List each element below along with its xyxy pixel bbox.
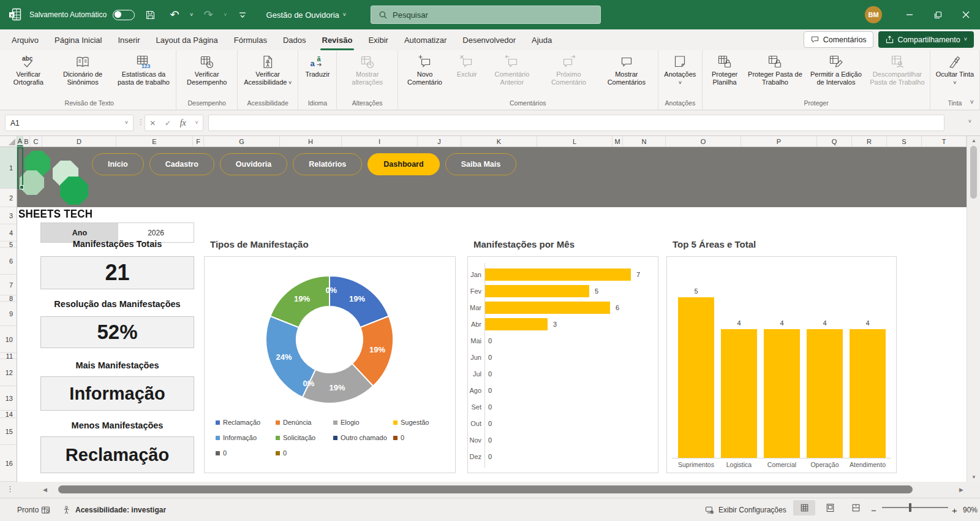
tab-ajuda[interactable]: Ajuda (524, 29, 560, 50)
macro-record-button[interactable] (40, 501, 51, 519)
undo-button[interactable]: ↶ (165, 6, 184, 24)
nav-button-saiba-mais[interactable]: Saiba Mais (445, 153, 517, 175)
column-header-b[interactable]: B (23, 136, 30, 146)
expand-formula-bar-chevron-icon[interactable]: ˅ (968, 119, 971, 124)
tab-formulas[interactable]: Fórmulas (226, 29, 275, 50)
row-header-14[interactable]: 14 (0, 411, 17, 418)
nav-button-ouvidoria[interactable]: Ouvidoria (220, 153, 287, 175)
formula-input[interactable] (208, 115, 944, 131)
donut-chart[interactable]: 19%19%19%24%19%0%0% (205, 257, 456, 410)
column-bar-logistica[interactable] (721, 329, 757, 458)
share-button[interactable]: Compartilhamento ˅ (878, 31, 974, 48)
row-header-10[interactable]: 10 (0, 326, 17, 353)
formula-bar-splitter[interactable]: ⋮ (137, 118, 145, 126)
nav-button-inicio[interactable]: Início (92, 153, 144, 175)
vertical-scrollbar[interactable]: ▲ ▼ (967, 136, 980, 482)
bar[interactable] (485, 285, 589, 297)
column-bar-atendimento[interactable] (850, 329, 886, 458)
column-header-q[interactable]: Q (817, 136, 852, 146)
column-header-g[interactable]: G (204, 136, 280, 146)
zoom-in-button[interactable]: + (952, 501, 957, 519)
undo-dropdown-chevron-icon[interactable]: ˅ (190, 12, 193, 18)
column-header-n[interactable]: N (623, 136, 666, 146)
column-header-h[interactable]: H (280, 136, 342, 146)
row-header-4[interactable]: 4 (0, 224, 17, 241)
row-header-1[interactable]: 1 (0, 147, 17, 189)
tab-arquivo[interactable]: Arquivo (4, 29, 47, 50)
zoom-out-button[interactable]: − (871, 501, 876, 519)
name-box[interactable]: A1˅ (5, 115, 134, 131)
column-bar-suprimentos[interactable] (678, 297, 714, 458)
scroll-up-icon[interactable]: ▲ (967, 138, 980, 143)
ribbon-button-anotacoes[interactable]: Anotações ˅ (660, 51, 701, 86)
column-header-t[interactable]: T (922, 136, 967, 146)
bar-chart[interactable]: Jan7Fev5Mar6Abr3Mai0Jun0Jul0Ago0Set0Out0… (467, 256, 658, 473)
nav-button-relatorios[interactable]: Relatórios (293, 153, 362, 175)
collapse-ribbon-chevron-icon[interactable]: ˅ (970, 98, 974, 105)
zoom-slider[interactable] (882, 507, 948, 508)
excel-app-icon[interactable]: x (7, 7, 23, 23)
vertical-scrollbar-thumb[interactable] (970, 146, 977, 199)
column-header-e[interactable]: E (116, 136, 193, 146)
ribbon-button-mostrar-comentarios[interactable]: Mostrar Comentários (597, 51, 656, 86)
sheet-tab-splitter[interactable]: ⋮ (6, 484, 14, 493)
accessibility-status[interactable]: Acessibilidade: investigar (61, 501, 166, 519)
comments-button[interactable]: Comentários (804, 31, 873, 48)
bar[interactable] (485, 268, 631, 281)
row-header-3[interactable]: 3 (0, 207, 17, 224)
tab-automatizar[interactable]: Automatizar (396, 29, 454, 50)
column-header-l[interactable]: L (537, 136, 612, 146)
insert-function-button[interactable]: fx (180, 118, 186, 128)
view-page-layout-button[interactable] (819, 500, 841, 515)
column-header-o[interactable]: O (666, 136, 741, 146)
column-header-c[interactable]: C (30, 136, 42, 146)
ribbon-button-ocultar-tinta[interactable]: Ocultar Tinta ˅ (932, 51, 978, 86)
column-header-s[interactable]: S (887, 136, 922, 146)
row-header-6[interactable]: 6 (0, 248, 17, 275)
column-header-a[interactable]: A (17, 136, 23, 146)
horizontal-scrollbar-thumb[interactable] (58, 485, 913, 493)
column-header-i[interactable]: I (342, 136, 418, 146)
ribbon-button-proteger-planilha[interactable]: Proteger Planilha (704, 51, 745, 86)
column-bar-operacao[interactable] (807, 329, 843, 458)
restore-button[interactable] (924, 0, 952, 29)
fx-dropdown-chevron-icon[interactable]: ˅ (195, 120, 198, 126)
tab-layout-da-pagina[interactable]: Layout da Página (148, 29, 226, 50)
column-bar-comercial[interactable] (764, 329, 800, 458)
column-header-k[interactable]: K (461, 136, 537, 146)
row-header-7[interactable]: 7 (0, 275, 17, 295)
column-header-r[interactable]: R (852, 136, 887, 146)
ribbon-button-verificar-acessibilidade[interactable]: Verificar Acessibilidade ˅ (239, 51, 296, 86)
bar[interactable] (485, 318, 548, 330)
ribbon-button-verificar-desempenho[interactable]: Verificar Desempenho (178, 51, 235, 86)
nav-button-dashboard[interactable]: Dashboard (368, 153, 439, 175)
close-button[interactable] (952, 0, 980, 29)
zoom-slider-thumb[interactable] (909, 503, 911, 512)
row-header-11[interactable]: 11 (0, 353, 17, 359)
column-header-f[interactable]: F (193, 136, 204, 146)
tab-dados[interactable]: Dados (275, 29, 314, 50)
row-header-15[interactable]: 15 (0, 418, 17, 445)
tab-desenvolvedor[interactable]: Desenvolvedor (454, 29, 524, 50)
ribbon-button-dicionario-de-sinonimos[interactable]: Dicionário de Sinônimos (53, 51, 113, 86)
row-header-16[interactable]: 16 (0, 445, 17, 482)
display-settings-button[interactable]: Exibir Configurações (704, 501, 786, 519)
view-page-break-button[interactable] (845, 500, 867, 515)
search-input[interactable]: Pesquisar (371, 6, 601, 24)
nav-button-cadastro[interactable]: Cadastro (149, 153, 214, 175)
ribbon-button-permitir-a-edicao-de-intervalos[interactable]: Permitir a Edição de Intervalos (805, 51, 867, 86)
tab-pagina-inicial[interactable]: Página Inicial (47, 29, 110, 50)
tab-inserir[interactable]: Inserir (110, 29, 148, 50)
row-header-8[interactable]: 8 (0, 295, 17, 302)
save-button[interactable] (141, 6, 159, 24)
column-header-p[interactable]: P (741, 136, 817, 146)
ribbon-button-novo-comentario[interactable]: Novo Comentário (400, 51, 450, 86)
scroll-right-icon[interactable]: ▶ (959, 487, 963, 493)
column-chart[interactable]: 5Suprimentos4Logistica4Comercial4Operaçã… (666, 256, 897, 473)
scroll-left-icon[interactable]: ◀ (43, 487, 47, 493)
ribbon-button-verificar-ortografia[interactable]: abcVerificar Ortografia (4, 51, 53, 86)
column-header-d[interactable]: D (42, 136, 116, 146)
zoom-level[interactable]: 90% (963, 501, 978, 519)
column-header-j[interactable]: J (418, 136, 461, 146)
horizontal-scrollbar[interactable]: ⋮ ◀ ▶ (0, 482, 980, 498)
